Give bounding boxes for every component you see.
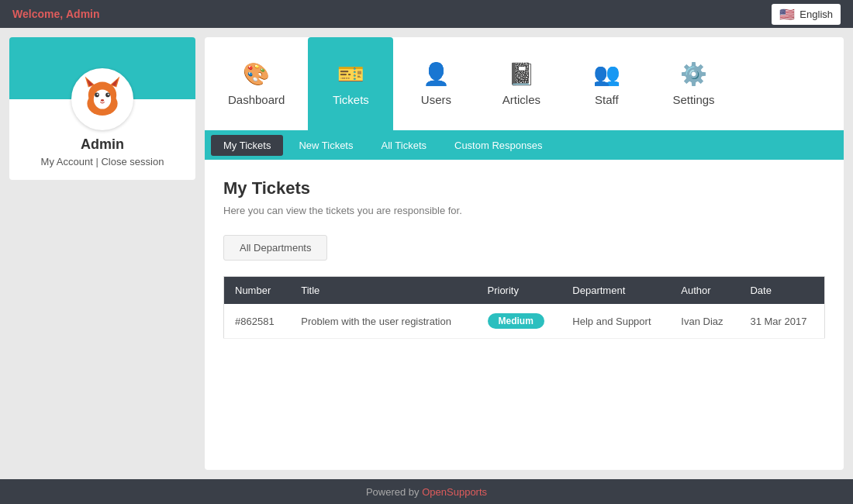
separator: | (95, 156, 98, 167)
username-label: Admin (66, 8, 100, 20)
footer-text: Powered by (366, 486, 420, 498)
sub-tab-my-tickets[interactable]: My Tickets (211, 135, 283, 156)
nav-tab-dashboard[interactable]: 🎨 Dashboard (205, 37, 308, 130)
users-label: Users (421, 93, 451, 106)
priority-badge: Medium (488, 313, 544, 329)
flag-icon: 🇺🇸 (779, 7, 795, 22)
main-content: Admin My Account | Close session 🎨 Dashb… (0, 28, 853, 479)
nav-tab-staff[interactable]: 👥 Staff (564, 37, 649, 130)
all-departments-button[interactable]: All Departments (223, 235, 327, 261)
col-priority: Priority (477, 277, 562, 305)
tickets-label: Tickets (333, 93, 369, 106)
tickets-icon: 🎫 (337, 61, 364, 87)
col-author: Author (670, 277, 739, 305)
cell-department: Help and Support (561, 304, 670, 339)
cell-date: 31 Mar 2017 (739, 304, 824, 339)
content-area: My Tickets Here you can view the tickets… (205, 160, 844, 470)
profile-name: Admin (81, 136, 124, 153)
nav-tab-tickets[interactable]: 🎫 Tickets (308, 37, 393, 130)
tickets-table: Number Title Priority Department Author … (223, 276, 825, 339)
col-date: Date (739, 277, 824, 305)
page-subtitle: Here you can view the tickets you are re… (223, 205, 825, 216)
right-panel: 🎨 Dashboard 🎫 Tickets 👤 Users 📓 Articles… (205, 37, 844, 470)
col-title: Title (290, 277, 476, 305)
table-header-row: Number Title Priority Department Author … (224, 277, 825, 305)
close-session-link[interactable]: Close session (101, 156, 164, 167)
settings-icon: ⚙️ (680, 61, 707, 87)
staff-icon: 👥 (593, 61, 620, 87)
welcome-text: Welcome, (12, 8, 63, 20)
language-selector[interactable]: 🇺🇸 English (772, 4, 841, 25)
sub-tab-custom-responses[interactable]: Custom Responses (442, 135, 554, 156)
staff-label: Staff (595, 93, 619, 106)
cell-number: #862581 (224, 304, 291, 339)
nav-tab-users[interactable]: 👤 Users (393, 37, 478, 130)
svg-point-12 (101, 99, 104, 102)
cell-title: Problem with the user registration (290, 304, 476, 339)
nav-tab-articles[interactable]: 📓 Articles (478, 37, 564, 130)
sidebar: Admin My Account | Close session (9, 37, 195, 470)
articles-icon: 📓 (508, 61, 535, 87)
svg-point-10 (97, 94, 98, 95)
nav-tab-settings[interactable]: ⚙️ Settings (649, 37, 737, 130)
avatar-image (75, 72, 130, 126)
page-title: My Tickets (223, 178, 825, 198)
sub-tabs: My Tickets New Tickets All Tickets Custo… (205, 130, 844, 160)
articles-label: Articles (502, 93, 540, 106)
avatar (71, 68, 133, 130)
dashboard-label: Dashboard (228, 93, 285, 106)
svg-point-11 (108, 94, 109, 95)
language-label: English (799, 9, 833, 20)
cell-priority: Medium (477, 304, 562, 339)
top-bar: Welcome, Admin 🇺🇸 English (0, 0, 853, 28)
footer: Powered by OpenSupports (0, 479, 853, 504)
users-icon: 👤 (423, 61, 450, 87)
profile-links: My Account | Close session (41, 156, 164, 167)
sub-tab-all-tickets[interactable]: All Tickets (368, 135, 439, 156)
table-row[interactable]: #862581 Problem with the user registrati… (224, 304, 825, 339)
welcome-message: Welcome, Admin (12, 8, 100, 20)
dashboard-icon: 🎨 (243, 61, 270, 87)
settings-label: Settings (672, 93, 714, 106)
col-number: Number (224, 277, 291, 305)
my-account-link[interactable]: My Account (41, 156, 93, 167)
sub-tab-new-tickets[interactable]: New Tickets (286, 135, 365, 156)
opensupports-link[interactable]: OpenSupports (422, 486, 487, 498)
nav-tabs: 🎨 Dashboard 🎫 Tickets 👤 Users 📓 Articles… (205, 37, 844, 130)
cell-author: Ivan Diaz (670, 304, 739, 339)
col-department: Department (561, 277, 670, 305)
sidebar-profile: Admin My Account | Close session (9, 99, 195, 180)
